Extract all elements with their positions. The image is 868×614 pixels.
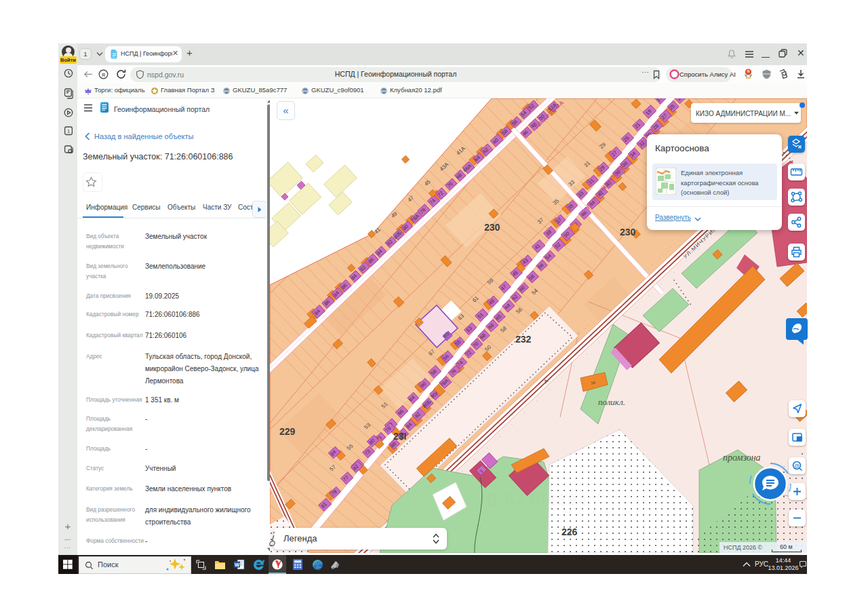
svg-text:W: W bbox=[235, 562, 240, 568]
svg-text:я: я bbox=[102, 71, 105, 78]
svg-text:ID 52304894: ID 52304894 bbox=[480, 491, 588, 509]
svg-text:230: 230 bbox=[620, 227, 636, 237]
svg-text:поликл.: поликл. bbox=[598, 397, 625, 407]
svg-text:23I: 23I bbox=[393, 431, 406, 442]
svg-text:226: 226 bbox=[561, 526, 578, 537]
svg-text:1А: 1А bbox=[591, 381, 596, 385]
svg-text:1: 1 bbox=[67, 128, 70, 134]
svg-text:@: @ bbox=[794, 463, 800, 469]
svg-text:230: 230 bbox=[484, 222, 500, 233]
svg-text:229: 229 bbox=[279, 426, 296, 437]
svg-text:232: 232 bbox=[515, 334, 532, 345]
